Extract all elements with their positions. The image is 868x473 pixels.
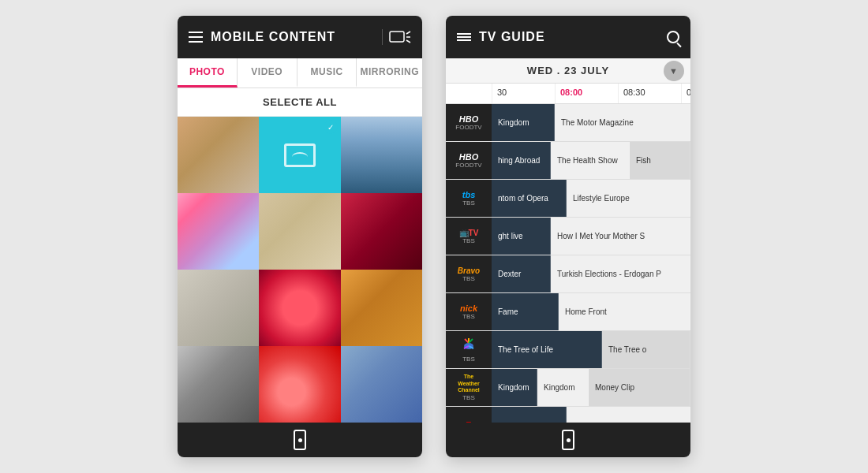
date-chevron-button[interactable]: ▼ (664, 61, 684, 81)
tvg-row-nick: nick TBS Fame Home Front (446, 293, 690, 331)
photo-cell-8[interactable] (259, 270, 340, 346)
channel-logo-tbs1[interactable]: tbs TBS (446, 180, 492, 217)
program-health-show[interactable]: The Health Show (551, 142, 630, 179)
program-tree2[interactable]: The Tree o (602, 331, 690, 368)
mc-header: MOBILE CONTENT (178, 16, 422, 58)
channel-logo-bravo[interactable]: Bravo TBS (446, 255, 492, 292)
program-fishing-abroad[interactable]: hing Abroad (492, 142, 551, 179)
tvg-row-nbc: TBS The Tree of Life The Tree o (446, 331, 690, 369)
tab-video[interactable]: VIDEO (238, 58, 297, 88)
channel-logo-ch5[interactable]: 5 (446, 407, 492, 423)
mc-title: MOBILE CONTENT (211, 30, 374, 44)
tab-photo[interactable]: PHOTO (178, 58, 238, 88)
tvg-title: TV GUIDE (479, 30, 659, 44)
program-phantom2[interactable]: ntom of Opera (492, 407, 567, 423)
tvg-row-weather: TheWeatherChannel TBS Kingdom Kingdom Mo… (446, 369, 690, 407)
svg-line-3 (406, 40, 410, 43)
tvg-phone-icon (562, 430, 574, 450)
program-homefront[interactable]: Home Front (559, 293, 690, 330)
program-fish[interactable]: Fish (630, 142, 690, 179)
photo-grid: ✓ (178, 117, 422, 423)
tvg-programs-nick: Fame Home Front (492, 293, 690, 330)
program-phantom1[interactable]: ntom of Opera (492, 180, 567, 217)
tvg-bottom-bar (446, 423, 690, 457)
tv-guide-phone: TV GUIDE WED . 23 JULY ▼ 30 08:00 08:30 … (446, 16, 690, 457)
time-cell-30: 30 (492, 84, 555, 103)
program-fame[interactable]: Fame (492, 293, 559, 330)
photo-cell-4[interactable] (178, 193, 259, 270)
program-nightlive[interactable]: ght live (492, 218, 551, 255)
photo-cell-10[interactable] (178, 346, 259, 423)
photo-cell-6[interactable] (341, 193, 422, 270)
tab-music[interactable]: MUSIC (297, 58, 357, 88)
channel-logo-hbo1[interactable]: HBO FOODTV (446, 104, 492, 141)
header-divider (382, 29, 383, 45)
program-lifestyle-europe2[interactable]: Lifestyle Europe (567, 407, 690, 423)
channel-logo-weather[interactable]: TheWeatherChannel TBS (446, 369, 492, 406)
channel-logo-tv[interactable]: 📺TV TBS (446, 218, 492, 255)
channel-sub-hbo2: FOODTV (455, 162, 481, 169)
photo-cell-11[interactable] (259, 346, 340, 423)
program-kingdom1[interactable]: Kingdom (492, 104, 555, 141)
mc-header-icons (382, 29, 411, 45)
channel-sub-hbo1: FOODTV (455, 124, 481, 131)
tvg-time-row: 30 08:00 08:30 09:00 (446, 84, 690, 104)
photo-cell-12[interactable] (341, 346, 422, 423)
channel-sub-tbs1: TBS (462, 199, 475, 207)
channel-logo-hbo2[interactable]: HBO FOODTV (446, 142, 492, 179)
tvg-programs-tbs1: ntom of Opera Lifestyle Europe (492, 180, 690, 217)
tvg-programs-tv: ght live How I Met Your Mother S (492, 218, 690, 255)
tbs-logo: tbs (462, 190, 476, 199)
check-overlay: ✓ (324, 120, 338, 134)
tvg-channel-col-header (446, 84, 492, 103)
channel-sub-weather: TBS (462, 394, 475, 401)
hamburger-icon[interactable] (189, 32, 203, 43)
program-lifestyle-europe1[interactable]: Lifestyle Europe (567, 180, 690, 217)
time-cell-0900: 09:00 (681, 84, 690, 103)
channel-sub-tv: TBS (462, 237, 475, 244)
tvg-programs-ch5: ntom of Opera Lifestyle Europe (492, 407, 690, 423)
photo-cell-5[interactable] (259, 193, 340, 270)
tvg-programs-hbo1: Kingdom The Motor Magazine (492, 104, 690, 141)
channel-logo-nbc[interactable]: TBS (446, 331, 492, 368)
program-money-clip[interactable]: Money Clip (589, 369, 690, 406)
cast-icon (389, 29, 411, 45)
program-kingdom-w1[interactable]: Kingdom (492, 369, 537, 406)
hbo-logo-2: HBO (459, 152, 478, 162)
time-cell-0800: 08:00 (555, 84, 618, 103)
search-icon[interactable] (667, 31, 679, 43)
program-turkish[interactable]: Turkish Elections - Erdogan P (551, 255, 690, 292)
tvg-programs-bravo: Dexter Turkish Elections - Erdogan P (492, 255, 690, 292)
program-motor-magazine[interactable]: The Motor Magazine (555, 104, 690, 141)
photo-cell-9[interactable] (341, 270, 422, 346)
tvg-date: WED . 23 JULY (527, 65, 609, 76)
tvg-row-bravo: Bravo TBS Dexter Turkish Elections - Erd… (446, 255, 690, 293)
program-tree-of-life[interactable]: The Tree of Life (492, 331, 602, 368)
channel-sub-nbc: TBS (462, 356, 475, 363)
channel-logo-nick[interactable]: nick TBS (446, 293, 492, 330)
weather-logo: TheWeatherChannel (458, 374, 480, 393)
phone-icon (294, 430, 306, 450)
select-all-label[interactable]: SELECTE ALL (178, 88, 422, 117)
photo-cell-2[interactable]: ✓ (259, 117, 340, 193)
time-cell-0830: 08:30 (618, 84, 681, 103)
channel-sub-nick: TBS (462, 313, 475, 320)
mobile-content-phone: MOBILE CONTENT PHOTO VIDEO MUSIC MIRRORI… (178, 16, 422, 457)
tvg-row-tv: 📺TV TBS ght live How I Met Your Mother S (446, 218, 690, 255)
photo-cell-7[interactable] (178, 270, 259, 346)
program-himym[interactable]: How I Met Your Mother S (551, 218, 690, 255)
program-dexter[interactable]: Dexter (492, 255, 551, 292)
tvg-hamburger-icon[interactable] (457, 32, 471, 43)
photo-cell-3[interactable] (341, 117, 422, 193)
photo-cell-1[interactable] (178, 117, 259, 193)
program-kingdom-w2[interactable]: Kingdom (537, 369, 589, 406)
bravo-logo: Bravo (458, 266, 480, 275)
photo-selected-icon (284, 143, 316, 167)
tvg-programs-hbo2: hing Abroad The Health Show Fish (492, 142, 690, 179)
tab-mirroring[interactable]: MIRRORING (357, 58, 422, 88)
tvg-programs-nbc: The Tree of Life The Tree o (492, 331, 690, 368)
hbo-logo: HBO (459, 114, 478, 124)
tvg-time-cells: 30 08:00 08:30 09:00 (492, 84, 690, 103)
tvg-channel-list: HBO FOODTV Kingdom The Motor Magazine HB… (446, 104, 690, 423)
svg-rect-0 (390, 32, 404, 42)
